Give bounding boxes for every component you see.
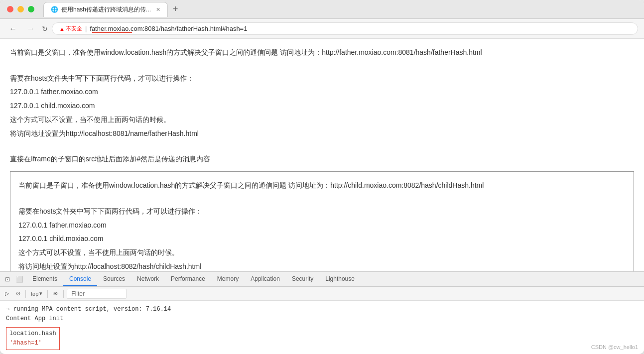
tab-application[interactable]: Application: [245, 272, 286, 286]
forward-button[interactable]: →: [24, 23, 38, 34]
close-button[interactable]: [7, 6, 13, 12]
iframe-line-4: 127.0.0.1 child.moxiao.com: [18, 233, 626, 245]
url-bar[interactable]: ▲ 不安全 | father.moxiao.com:8081/hash/fath…: [52, 22, 638, 35]
page-line-1: 当前窗口是父窗口，准备使用window.location.hash的方式解决父子…: [10, 47, 634, 59]
insecure-label: 不安全: [66, 25, 82, 32]
iframe-line-1: 当前窗口是子窗口，准备使用window.location.hash的方式解决父子…: [18, 180, 626, 192]
watermark: CSDN @cw_hello1: [591, 344, 638, 350]
tab-close-icon[interactable]: ✕: [156, 6, 160, 13]
chevron-down-icon: ▾: [39, 290, 42, 297]
devtools-inspect-icon[interactable]: ⊡: [2, 274, 13, 285]
tab-security[interactable]: Security: [286, 272, 319, 286]
tab-lighthouse[interactable]: Lighthouse: [319, 272, 361, 286]
console-line-1: running MPA content script, version: 7.1…: [6, 305, 638, 314]
console-code-block: location.hash '#hash=1': [6, 327, 60, 350]
devtools-panel: ⊡ ⬜ Elements Console Sources Network Per…: [0, 271, 644, 354]
iframe-line-5: 这个方式可以不设置，当不使用上面两句话的时候。: [18, 247, 626, 259]
console-run-button[interactable]: ▷: [3, 289, 11, 298]
tab-elements[interactable]: Elements: [26, 272, 63, 286]
page-line-8: 直接在Iframe的子窗口的src地址后面添加#然后是传递的消息内容: [10, 153, 634, 165]
console-toolbar: ▷ ⊘ top ▾ 👁: [0, 287, 644, 301]
console-code-line-2: '#hash=1': [9, 339, 56, 348]
page-line-5: 这个方式可以不设置，当不使用上面两句话的时候。: [10, 114, 634, 126]
active-tab[interactable]: 🌐 使用hash传递进行跨域消息的传... ✕: [43, 2, 168, 17]
toolbar-separator-3: [63, 290, 64, 298]
devtools-tabs-bar: ⊡ ⬜ Elements Console Sources Network Per…: [0, 272, 644, 287]
console-code-line-1: location.hash: [9, 329, 56, 339]
toolbar-separator-1: [25, 290, 26, 298]
page-line-6: 将访问地址设置为http://localhost:8081/name/fathe…: [10, 128, 634, 140]
browser-window: 🌐 使用hash传递进行跨域消息的传... ✕ + ← → ↻ ▲ 不安全 | …: [0, 0, 644, 354]
eye-button[interactable]: 👁: [51, 290, 60, 298]
iframe-line-3: 127.0.0.1 father.moxiao.com: [18, 220, 626, 232]
tab-performance[interactable]: Performance: [165, 272, 211, 286]
tab-memory[interactable]: Memory: [211, 272, 245, 286]
tab-sources[interactable]: Sources: [97, 272, 131, 286]
new-tab-button[interactable]: +: [169, 2, 182, 16]
title-bar: 🌐 使用hash传递进行跨域消息的传... ✕ +: [0, 0, 644, 19]
tab-title: 使用hash传递进行跨域消息的传...: [61, 5, 151, 14]
console-filter-input[interactable]: [67, 289, 127, 299]
reload-button[interactable]: ↻: [42, 25, 48, 33]
tab-favicon: 🌐: [51, 6, 58, 13]
page-line-4: 127.0.0.1 child.moxiao.com: [10, 100, 634, 112]
console-text-1: running MPA content script, version: 7.1…: [13, 306, 171, 313]
warning-icon: ▲: [59, 26, 65, 32]
toolbar-separator-2: [47, 290, 48, 298]
tabs-bar: 🌐 使用hash传递进行跨域消息的传... ✕ +: [41, 2, 644, 17]
console-line-2: Content App init: [6, 314, 638, 324]
page-content: 当前窗口是父窗口，准备使用window.location.hash的方式解决父子…: [0, 39, 644, 271]
iframe-line-6: 将访问地址设置为http://localhost:8082/hash/child…: [18, 261, 626, 271]
iframe-content: 当前窗口是子窗口，准备使用window.location.hash的方式解决父子…: [10, 171, 634, 271]
context-selector[interactable]: top ▾: [29, 289, 44, 298]
insecure-indicator: ▲ 不安全: [59, 25, 82, 32]
devtools-responsive-icon[interactable]: ⬜: [13, 274, 26, 285]
page-line-3: 127.0.0.1 father.moxiao.com: [10, 86, 634, 98]
url-text: father.moxiao.com:8081/hash/fatherHash.h…: [90, 25, 247, 32]
console-output: running MPA content script, version: 7.1…: [0, 301, 644, 354]
traffic-lights: [0, 6, 41, 12]
console-text-2: Content App init: [6, 315, 63, 322]
back-button[interactable]: ←: [6, 23, 20, 34]
iframe-line-2: 需要在hosts文件夹中写下下面两行代码，才可以进行操作：: [18, 206, 626, 218]
context-label: top: [31, 291, 38, 297]
address-bar: ← → ↻ ▲ 不安全 | father.moxiao.com:8081/has…: [0, 19, 644, 39]
tab-network[interactable]: Network: [131, 272, 165, 286]
maximize-button[interactable]: [28, 6, 34, 12]
page-line-2: 需要在hosts文件夹中写下下面两行代码，才可以进行操作：: [10, 73, 634, 85]
tab-console[interactable]: Console: [63, 272, 97, 286]
minimize-button[interactable]: [17, 6, 24, 12]
console-stop-button[interactable]: ⊘: [14, 289, 22, 298]
